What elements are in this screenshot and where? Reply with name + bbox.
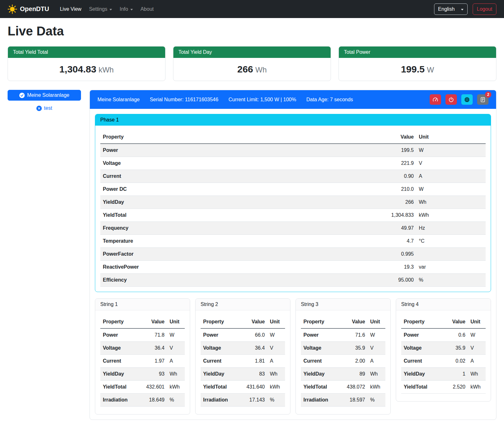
table-header-row: Property Value Unit (301, 315, 385, 328)
value-cell: 18.597 (342, 394, 368, 407)
nav-about[interactable]: About (137, 4, 158, 15)
chevron-down-icon (461, 9, 464, 10)
column-value: Value (362, 131, 416, 144)
property-cell: Voltage (401, 342, 443, 355)
property-cell: Efficiency (100, 274, 362, 287)
power-toggle-button[interactable] (445, 94, 457, 105)
property-cell: Voltage (301, 342, 342, 355)
device-settings-button[interactable] (461, 94, 473, 105)
language-select[interactable]: English (434, 3, 468, 15)
cpu-icon (464, 97, 470, 103)
table-row: Current1.81A (201, 355, 285, 368)
chevron-down-icon (130, 9, 133, 10)
value-cell: 35.9 (443, 342, 468, 355)
unit-cell: var (416, 261, 486, 274)
property-cell: Frequency (100, 222, 362, 235)
property-cell: YieldDay (301, 368, 342, 381)
table-row: Temperature4.7°C (100, 235, 486, 248)
brand[interactable]: OpenDTU (8, 4, 49, 14)
property-cell: Irradiation (201, 394, 242, 407)
sun-icon (8, 4, 17, 14)
property-cell: Power (100, 144, 362, 157)
value-cell: 1.81 (242, 355, 267, 368)
inverter-body: Phase 1 Property Value Unit Power199.5WV… (90, 109, 496, 420)
property-cell: Irradiation (100, 394, 142, 407)
inverter-limit: Current Limit: 1,500 W | 100% (228, 97, 296, 103)
brand-title: OpenDTU (20, 5, 49, 13)
summary-card-title: Total Yield Total (8, 47, 165, 58)
property-cell: Irradiation (301, 394, 342, 407)
table-row: YieldTotal438.072kWh (301, 381, 385, 394)
phase-body: Property Value Unit Power199.5WVoltage22… (95, 126, 491, 292)
phase-table: Property Value Unit Power199.5WVoltage22… (100, 131, 486, 287)
property-cell: Voltage (201, 342, 242, 355)
property-cell: ReactivePower (100, 261, 362, 274)
unit-cell: % (416, 274, 486, 287)
unit-cell: % (368, 394, 385, 407)
table-row: Power0.6W (401, 328, 486, 342)
string-card-3: String 3 Property Value Unit (296, 298, 391, 414)
unit-cell: V (468, 342, 486, 355)
limit-settings-button[interactable] (430, 94, 441, 105)
inverter-actions: 2 (430, 94, 488, 105)
table-header-row: Property Value Unit (100, 315, 185, 328)
value-cell: 210.0 (362, 183, 416, 196)
sidebar-item-inverter[interactable]: Meine Solaranlage (8, 90, 81, 101)
inverter-header: Meine Solaranlage Serial Number: 1161716… (90, 90, 496, 109)
property-cell: Power (301, 328, 342, 342)
table-row: YieldDay89Wh (301, 368, 385, 381)
table-header-row: Property Value Unit (201, 315, 285, 328)
x-circle-icon (36, 106, 42, 111)
column-unit: Unit (468, 315, 486, 328)
event-log-button[interactable]: 2 (477, 94, 488, 105)
string-title: String 2 (196, 299, 290, 310)
value-cell: 2.00 (342, 355, 368, 368)
unit-cell: A (416, 170, 486, 183)
property-cell: YieldTotal (301, 381, 342, 394)
value-cell: 66.0 (242, 328, 267, 342)
page-container: Live Data Total Yield Total 1,304.83kWh … (0, 24, 504, 427)
navbar: OpenDTU Live View Settings Info About En… (0, 0, 504, 18)
inverter-card: Meine Solaranlage Serial Number: 1161716… (90, 90, 496, 420)
property-cell: YieldTotal (401, 381, 443, 394)
column-unit: Unit (267, 315, 285, 328)
column-value: Value (242, 315, 267, 328)
value-cell: 49.97 (362, 222, 416, 235)
property-cell: Current (301, 355, 342, 368)
logout-button[interactable]: Logout (473, 3, 496, 15)
summary-unit: Wh (255, 65, 267, 74)
table-row: Current1.97A (100, 355, 185, 368)
nav-settings[interactable]: Settings (85, 4, 116, 15)
value-cell: 4.7 (362, 235, 416, 248)
property-cell: YieldDay (201, 368, 242, 381)
sidebar-item-test[interactable]: test (8, 105, 81, 111)
value-cell: 432.601 (142, 381, 167, 394)
value-cell: 71.8 (142, 328, 167, 342)
table-row: YieldDay93Wh (100, 368, 185, 381)
summary-value: 199.5 (401, 64, 425, 74)
column-property: Property (401, 315, 443, 328)
unit-cell: kWh (368, 381, 385, 394)
nav-live-view[interactable]: Live View (56, 4, 85, 15)
property-cell: Current (401, 355, 443, 368)
column-property: Property (301, 315, 342, 328)
column-unit: Unit (416, 131, 486, 144)
phase-title: Phase 1 (95, 114, 491, 126)
unit-cell: kWh (468, 381, 486, 394)
property-cell: YieldDay (100, 196, 362, 209)
property-cell: Power (401, 328, 443, 342)
property-cell: Power DC (100, 183, 362, 196)
table-row: Power71.6W (301, 328, 385, 342)
property-cell: Current (201, 355, 242, 368)
table-row: Voltage221.9V (100, 157, 486, 170)
unit-cell (416, 248, 486, 261)
table-row: Power199.5W (100, 144, 486, 157)
string-card-4: String 4 Property Value Unit (396, 298, 491, 402)
value-cell: 36.4 (242, 342, 267, 355)
string-body: Property Value Unit Power71.6WVoltage35.… (296, 310, 390, 414)
nav-settings-label: Settings (89, 6, 107, 12)
property-cell: Temperature (100, 235, 362, 248)
nav-info[interactable]: Info (116, 4, 137, 15)
property-cell: YieldTotal (100, 209, 362, 222)
value-cell: 36.4 (142, 342, 167, 355)
